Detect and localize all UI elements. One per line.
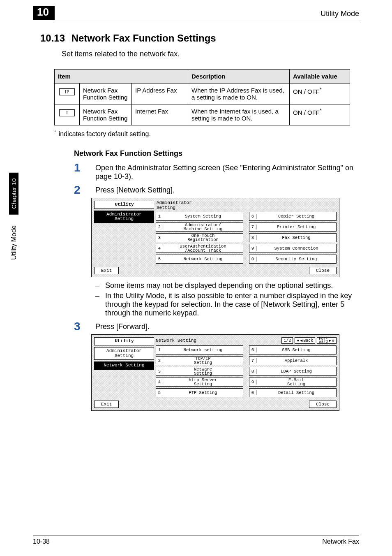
lcd-button-email-setting[interactable]: 9E-Mail Setting [249, 378, 337, 387]
lcd-button-onetouch-registration[interactable]: 3One-Touch Registration [156, 233, 243, 242]
section-title [67, 32, 70, 44]
section-intro: Set items related to the network fax. [62, 50, 359, 58]
footnote: * indicates factory default setting. [54, 130, 359, 138]
settings-table: Item Description Available value IP Netw… [54, 69, 350, 125]
lcd-button-appletalk[interactable]: 7AppleTalk [249, 356, 337, 365]
lcd-tab-network-setting[interactable]: Network Setting [94, 361, 154, 370]
lcd-screen-network-setting: Utility Administrator Setting Network Se… [91, 334, 339, 411]
lcd-button-printer-setting[interactable]: 7Printer Setting [249, 222, 337, 232]
lcd-panel-title: Administrator Setting [157, 201, 337, 210]
section-number: 10.13 [40, 32, 65, 44]
ip-icon: IP [59, 88, 75, 95]
table-row: I Network Fax Function Setting Internet … [55, 104, 350, 125]
running-title: Utility Mode [321, 9, 359, 20]
lcd-button-fax-setting[interactable]: 8Fax Setting [249, 233, 337, 242]
lcd-button-http-server-setting[interactable]: 4http Server Setting [156, 378, 243, 387]
lcd-button-system-connection[interactable]: 9System Connection [249, 244, 337, 253]
side-tab-label: Utility Mode [10, 224, 18, 262]
hash-icon: # [332, 338, 334, 343]
arrow-right-icon: ▶ [329, 338, 331, 343]
step-3: Press [Forward]. Utility Administrator S… [74, 322, 359, 411]
section-heading: 10.13 Network Fax Function Settings Set … [40, 32, 359, 58]
lcd-header-row: Network Setting 1/2 ✱ ◀ Back For- ward [156, 337, 337, 344]
lcd-exit-button[interactable]: Exit [94, 267, 119, 274]
step-text: Press [Network Setting]. [95, 186, 175, 194]
lcd-button-tcpip-setting[interactable]: 2TCP/IP Setting [156, 356, 243, 365]
lcd-exit-button[interactable]: Exit [94, 401, 119, 408]
side-tab-chapter: Chapter 10 [9, 173, 18, 215]
chapter-number-badge: 10 [33, 6, 55, 21]
row-name: Network Fax Function Setting [80, 104, 132, 125]
step-2: Press [Network Setting]. Utility Adminis… [74, 186, 359, 317]
row-icon-cell: I [55, 104, 80, 125]
row-sub: Internet Fax [132, 104, 188, 125]
row-icon-cell: IP [55, 83, 80, 104]
row-desc: When the IP Address Fax is used, a setti… [188, 83, 290, 104]
lcd-close-button[interactable]: Close [309, 267, 337, 274]
lcd-button-user-auth[interactable]: 4UserAuthentication /Account Track [156, 244, 243, 253]
lcd-tab-utility[interactable]: Utility [94, 201, 154, 209]
page-number: 10-38 [33, 538, 50, 545]
row-val: ON / OFF* [290, 83, 350, 104]
lcd-button-detail-setting[interactable]: 0Detail Setting [249, 388, 337, 397]
lcd-close-button[interactable]: Close [309, 401, 337, 408]
lcd-button-netware-setting[interactable]: 3NetWare Setting [156, 367, 243, 376]
lcd-panel-title: Network Setting [156, 338, 196, 343]
step-2-notes: Some items may not be displayed dependin… [95, 281, 359, 317]
note-item: In the Utility Mode, it is also possible… [95, 292, 359, 317]
row-name: Network Fax Function Setting [80, 83, 132, 104]
lcd-page-indicator: 1/2 [281, 337, 293, 344]
lcd-button-grid: 1Network setting 6SMB Setting 2TCP/IP Se… [156, 345, 337, 397]
lcd-tab-admin-setting[interactable]: Administrator Setting [94, 347, 154, 360]
table-header-item: Item [55, 70, 188, 83]
lcd-button-system-setting[interactable]: 1System Setting [156, 212, 243, 221]
lcd-forward-button[interactable]: For- ward ▶ # [317, 337, 337, 344]
side-tab: Utility Mode Chapter 10 [9, 173, 18, 262]
lcd-button-security-setting[interactable]: 0Security Setting [249, 255, 337, 264]
footer-title: Network Fax [322, 538, 359, 545]
row-val: ON / OFF* [290, 104, 350, 125]
arrow-left-icon: ◀ [300, 338, 302, 343]
table-header-available: Available value [290, 70, 350, 83]
section-title-text: Network Fax Function Settings [71, 32, 216, 44]
lcd-button-network-setting[interactable]: 5Network Setting [156, 255, 243, 264]
lcd-tab-admin-setting[interactable]: Administrator Setting [94, 211, 154, 223]
internet-fax-icon: I [59, 109, 75, 116]
lcd-screen-admin-setting: Utility Administrator Setting Administra… [91, 198, 339, 277]
page-footer: 10-38 Network Fax [33, 535, 359, 545]
procedure-title: Network Fax Function Settings [74, 149, 359, 158]
row-sub: IP Address Fax [132, 83, 188, 104]
row-desc: When the Internet fax is used, a setting… [188, 104, 290, 125]
lcd-button-copier-setting[interactable]: 6Copier Setting [249, 212, 337, 221]
lcd-tab-utility[interactable]: Utility [94, 337, 154, 345]
step-text: Open the Administrator Setting screen (S… [95, 164, 353, 181]
steps-list: Open the Administrator Setting screen (S… [74, 164, 359, 411]
table-header-description: Description [188, 70, 290, 83]
lcd-button-grid: 1System Setting 6Copier Setting 2Adminis… [156, 212, 337, 264]
note-item: Some items may not be displayed dependin… [95, 281, 359, 290]
step-text: Press [Forward]. [95, 322, 150, 331]
lcd-button-network-setting-sub[interactable]: 1Network setting [156, 345, 243, 354]
table-row: IP Network Fax Function Setting IP Addre… [55, 83, 350, 104]
page-header: 10 Utility Mode [33, 0, 359, 20]
lcd-button-ldap-setting[interactable]: 8LDAP Setting [249, 367, 337, 376]
step-1: Open the Administrator Setting screen (S… [74, 164, 359, 181]
lcd-back-button[interactable]: ✱ ◀ Back [295, 337, 315, 344]
lcd-button-smb-setting[interactable]: 6SMB Setting [249, 345, 337, 354]
page: 10 Utility Mode Utility Mode Chapter 10 … [0, 0, 392, 556]
asterisk-icon: ✱ [297, 338, 299, 343]
lcd-button-ftp-setting[interactable]: 5FTP Setting [156, 388, 243, 397]
lcd-button-admin-machine-setting[interactable]: 2Administrator/ Machine Setting [156, 222, 243, 232]
